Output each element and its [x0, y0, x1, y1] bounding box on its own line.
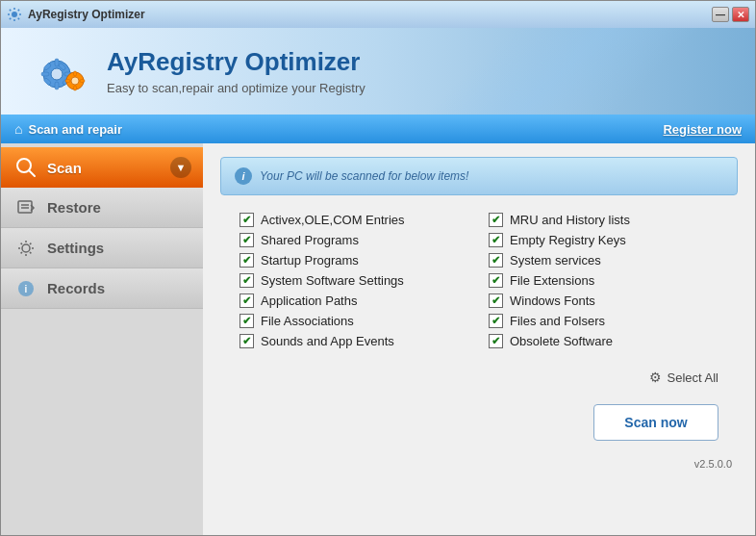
- scan-chevron: ▼: [170, 157, 191, 178]
- checkbox-startup: ✔ Startup Programs: [239, 253, 469, 268]
- svg-point-12: [71, 77, 79, 85]
- cb-windows-fonts[interactable]: ✔: [489, 294, 503, 308]
- checkbox-file-ext: ✔ File Extensions: [489, 273, 718, 288]
- cb-system-sw-label: System Software Settings: [261, 273, 404, 288]
- checkbox-sounds: ✔ Sounds and App Events: [239, 334, 469, 348]
- cb-file-assoc[interactable]: ✔: [239, 314, 254, 328]
- cb-shared-label: Shared Programs: [261, 233, 359, 247]
- scan-icon: [14, 156, 38, 179]
- checkbox-shared: ✔ Shared Programs: [239, 233, 469, 247]
- svg-point-2: [51, 68, 63, 80]
- register-link[interactable]: Register now: [663, 122, 742, 137]
- restore-icon: [14, 196, 38, 219]
- select-all-label[interactable]: Select All: [668, 370, 718, 385]
- svg-point-22: [22, 244, 30, 252]
- cb-activex[interactable]: ✔: [239, 213, 254, 227]
- title-bar: AyRegistry Optimizer — ✕: [1, 1, 755, 28]
- cb-mru-label: MRU and History lists: [510, 213, 630, 227]
- svg-rect-4: [55, 82, 59, 89]
- cb-obsolete-label: Obsolete Software: [510, 334, 613, 348]
- nav-bar: ⌂ Scan and repair Register now: [1, 115, 755, 143]
- checkbox-empty-reg: ✔ Empty Registry Keys: [489, 233, 718, 247]
- cb-mru[interactable]: ✔: [489, 213, 503, 227]
- sidebar: Scan ▼ Restore: [1, 143, 203, 535]
- sidebar-scan-label: Scan: [47, 160, 82, 176]
- cb-startup[interactable]: ✔: [239, 253, 254, 268]
- cb-sounds-label: Sounds and App Events: [261, 334, 394, 348]
- cb-system-services[interactable]: ✔: [489, 253, 503, 268]
- cb-activex-label: Activex,OLE,COM Entries: [261, 213, 405, 227]
- checkbox-activex: ✔ Activex,OLE,COM Entries: [239, 213, 469, 227]
- app-icon: [7, 7, 22, 22]
- sidebar-restore-label: Restore: [47, 199, 101, 216]
- svg-rect-13: [73, 71, 76, 76]
- cb-app-paths-label: Application Paths: [261, 294, 357, 308]
- version-text: v2.5.0.0: [694, 458, 732, 470]
- sidebar-records-label: Records: [47, 280, 105, 296]
- content-panel: i Your PC will be scanned for below item…: [203, 143, 755, 535]
- records-icon: i: [14, 277, 38, 300]
- scan-info-text: Your PC will be scanned for below items!: [260, 169, 468, 183]
- nav-left: ⌂ Scan and repair: [14, 121, 122, 137]
- sidebar-item-settings[interactable]: Settings: [1, 228, 203, 268]
- svg-rect-3: [55, 59, 59, 66]
- minimize-button[interactable]: —: [712, 7, 729, 22]
- checkbox-files-folders: ✔ Files and Folsers: [489, 314, 718, 328]
- select-all-row: ⚙ Select All: [220, 366, 738, 389]
- checkbox-mru: ✔ MRU and History lists: [489, 213, 718, 227]
- svg-rect-16: [80, 79, 85, 82]
- svg-rect-14: [73, 86, 76, 90]
- svg-rect-5: [41, 72, 49, 76]
- cb-system-services-label: System services: [510, 253, 601, 268]
- cb-file-ext[interactable]: ✔: [489, 273, 503, 288]
- scan-now-row: Scan now: [220, 400, 738, 445]
- checkboxes-grid: ✔ Activex,OLE,COM Entries ✔ MRU and Hist…: [220, 207, 738, 354]
- version-row: v2.5.0.0: [220, 456, 738, 472]
- info-icon: i: [235, 167, 252, 185]
- cb-startup-label: Startup Programs: [261, 253, 359, 268]
- title-bar-buttons: — ✕: [712, 7, 749, 22]
- header-text-block: AyRegistry Optimizer Easy to scan,repair…: [107, 47, 365, 95]
- cb-file-ext-label: File Extensions: [510, 273, 594, 288]
- cb-empty-reg-label: Empty Registry Keys: [510, 233, 626, 247]
- svg-line-18: [29, 170, 35, 176]
- svg-rect-15: [65, 79, 70, 82]
- sidebar-item-records[interactable]: i Records: [1, 268, 203, 309]
- cb-windows-fonts-label: Windows Fonts: [510, 294, 595, 308]
- sidebar-settings-label: Settings: [47, 240, 104, 256]
- scan-now-button[interactable]: Scan now: [593, 404, 718, 441]
- cb-shared[interactable]: ✔: [239, 233, 254, 247]
- checkbox-app-paths: ✔ Application Paths: [239, 294, 469, 308]
- main-window: AyRegistry Optimizer — ✕: [0, 0, 756, 536]
- main-area: Scan ▼ Restore: [1, 143, 755, 535]
- cb-app-paths[interactable]: ✔: [239, 294, 254, 308]
- cb-empty-reg[interactable]: ✔: [489, 233, 503, 247]
- svg-point-0: [12, 12, 17, 17]
- home-icon: ⌂: [14, 121, 22, 137]
- title-bar-text: AyRegistry Optimizer: [28, 8, 145, 21]
- header-title: AyRegistry Optimizer: [107, 47, 365, 77]
- checkbox-windows-fonts: ✔ Windows Fonts: [489, 294, 718, 308]
- header-logo: [20, 38, 97, 105]
- checkbox-system-sw: ✔ System Software Settings: [239, 273, 469, 288]
- settings-icon: [14, 237, 38, 260]
- logo-icon: [23, 40, 95, 103]
- cb-obsolete[interactable]: ✔: [489, 334, 503, 348]
- svg-rect-19: [18, 201, 32, 213]
- nav-label: Scan and repair: [28, 122, 122, 137]
- select-all-icon: ⚙: [649, 370, 662, 385]
- cb-system-sw[interactable]: ✔: [239, 273, 254, 288]
- header: AyRegistry Optimizer Easy to scan,repair…: [1, 28, 755, 115]
- sidebar-item-restore[interactable]: Restore: [1, 188, 203, 228]
- cb-files-folders[interactable]: ✔: [489, 314, 503, 328]
- title-bar-left: AyRegistry Optimizer: [7, 7, 145, 22]
- svg-text:i: i: [25, 284, 28, 294]
- sidebar-item-scan[interactable]: Scan ▼: [1, 147, 203, 188]
- checkbox-system-services: ✔ System services: [489, 253, 718, 268]
- header-subtitle: Easy to scan,repair and optimize your Re…: [107, 81, 365, 95]
- close-button[interactable]: ✕: [732, 7, 749, 22]
- cb-sounds[interactable]: ✔: [239, 334, 254, 348]
- checkbox-file-assoc: ✔ File Associations: [239, 314, 469, 328]
- scan-info-bar: i Your PC will be scanned for below item…: [220, 157, 738, 195]
- cb-file-assoc-label: File Associations: [261, 314, 354, 328]
